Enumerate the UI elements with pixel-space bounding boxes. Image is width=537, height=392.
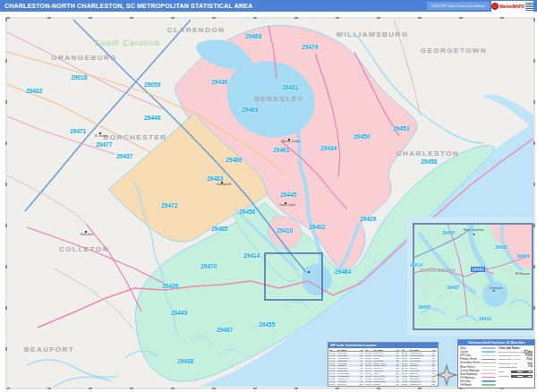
zip-code-label: 29449 <box>171 310 187 316</box>
zip-code-label: 29455 <box>418 304 430 310</box>
city-label: North Charleston <box>464 228 484 232</box>
zip-table-group: ZIPZIP NameCo29401CharlestonCH29403Charl… <box>329 349 364 386</box>
county-label: GEORGETOWN <box>421 47 487 55</box>
zip-code-label: 29412 <box>479 316 491 321</box>
zip-code-label: 29486 <box>226 157 242 163</box>
zip-code-label: 29414 <box>410 262 422 268</box>
scale-km: Kilometers <box>499 374 533 379</box>
county-label: ORANGEBURG <box>51 54 117 62</box>
legend-line-swatch <box>482 359 496 360</box>
legend-features: StateCountyZIP CodePrimary StreetsSecond… <box>460 346 496 387</box>
city-label: Walterboro <box>81 233 94 236</box>
zip-code-label: 29470 <box>200 263 217 269</box>
legend-line-swatch <box>482 377 496 378</box>
scale-bar-miles <box>511 371 533 374</box>
frame-ticks-right <box>533 18 535 388</box>
scale-km-label: Kilometers <box>499 375 509 378</box>
zip-code-label: 29438 <box>177 358 193 364</box>
zip-code-label: 29483 <box>207 175 223 182</box>
zip-code-label: 29402 <box>309 224 325 230</box>
legend-line-swatch <box>482 355 496 356</box>
zip-code-label: 29432 <box>26 88 42 94</box>
legend-title: Charleston-North Charleston, SC Metro Ar… <box>458 340 534 345</box>
city-label: Goose Creek <box>279 203 295 207</box>
zip-code-label: 29479 <box>302 44 318 50</box>
zip-code-label: 29456 <box>239 209 255 215</box>
scale-bar-km <box>511 375 533 379</box>
zip-code-label: 29434 <box>320 145 337 151</box>
city-rows: Cities 100,000 and AboveCityCities 50,00… <box>499 350 533 370</box>
zip-code-label: 29448 <box>144 115 160 121</box>
county-label: COLLETON <box>59 245 109 253</box>
legend: Charleston-North Charleston, SC Metro Ar… <box>457 339 535 388</box>
zip-table-group: ZIPZIP NameCo29432BranchvilleDR29434Cord… <box>365 349 400 386</box>
legend-line-swatch <box>482 373 496 374</box>
city-label: Moncks Corner <box>282 140 300 143</box>
county-label: BERKELEY <box>254 95 304 103</box>
county-label: CHARLESTON <box>396 149 459 158</box>
county-label: CHARLESTON <box>420 268 456 273</box>
zip-table-row: 29485SummervilleDR <box>402 383 437 386</box>
compass-rose-icon <box>435 362 458 388</box>
city-label: Summerville <box>217 183 232 186</box>
zip-code-label: 29405 <box>442 230 455 235</box>
zip-code-label: 29464 <box>335 268 351 275</box>
legend-line-swatch <box>482 380 496 382</box>
county-label: BEAUFORT <box>24 345 74 354</box>
legend-line-swatch <box>482 362 496 363</box>
zip-table-row: 29431BonneauBK <box>329 383 364 386</box>
zip-code-label: 29458 <box>421 158 437 165</box>
scale-miles-label: Miles <box>499 371 509 373</box>
legend-line-swatch <box>482 351 496 353</box>
county-label: WILLIAMSBURG <box>336 30 408 38</box>
zip-code-label: 29471 <box>70 128 86 134</box>
zip-code-label: 29445 <box>280 192 296 198</box>
city-label: St. George <box>95 134 108 138</box>
city-label: Mt Pleasant <box>516 272 530 276</box>
zip-code-label: 29487 <box>217 327 233 333</box>
state-label: South Carolina <box>94 38 160 47</box>
zip-table-body: ZIPZIP NameCo29401CharlestonCH29403Charl… <box>328 348 438 387</box>
legend-body: StateCountyZIP CodePrimary StreetsSecond… <box>458 345 534 388</box>
zip-code-label: 29477 <box>96 141 112 148</box>
legend-line-swatch <box>482 366 496 367</box>
zip-code-label: 29429 <box>360 216 376 222</box>
legend-line-swatch <box>482 384 496 385</box>
zip-code-label: 29437 <box>116 153 132 159</box>
zip-code-label: 29407 <box>447 285 459 290</box>
zip-code-label: 29436 <box>211 79 227 85</box>
zip-code-label: 29401 <box>471 267 485 272</box>
zip-code-label: 29426 <box>162 283 178 289</box>
legend-line-swatch <box>482 370 496 371</box>
zip-code-label: 29450 <box>354 133 370 140</box>
county-label: CLARENDON <box>167 26 226 34</box>
legend-line-swatch <box>482 347 496 349</box>
county-label: DORCHESTER <box>103 133 166 141</box>
zip-code-label: 29018 <box>71 74 87 81</box>
frame-ticks-top <box>6 17 534 19</box>
map-document: { "header": { "title": "CHARLESTON-NORTH… <box>0 0 537 392</box>
zip-code-label: 29468 <box>245 33 261 39</box>
frame-ticks-left <box>5 18 7 388</box>
city-label: Charleston <box>490 286 503 290</box>
zip-table-row: 29456LadsonDR <box>365 383 400 386</box>
legend-cities: Cities and Towns Cities 100,000 and Abov… <box>499 346 533 387</box>
zip-code-label: 29455 <box>259 321 275 328</box>
zip-code-label: 29453 <box>393 125 409 132</box>
zip-code-label: 29414 <box>243 252 260 259</box>
legend-feature-row: Toll Roads <box>460 383 496 387</box>
zip-code-label: 29472 <box>161 202 177 209</box>
zip-code-label: 29464 <box>516 253 529 259</box>
zip-table-group: ZIPZIP NameCo29458McClellanvilleCH29461M… <box>402 349 437 386</box>
zip-code-label: 29485 <box>211 226 227 232</box>
zip-code-label: 29492 <box>495 244 507 250</box>
zip-code-label: 29410 <box>277 227 293 234</box>
zip-code-label: 29059 <box>144 81 160 88</box>
zip-jurisdiction-table: ZIP Code Jurisdiction Locator ZIPZIP Nam… <box>328 342 439 387</box>
zip-code-label: 29431 <box>282 84 298 90</box>
zip-code-label: 29469 <box>242 107 258 113</box>
zip-code-label: 29461 <box>273 147 289 153</box>
